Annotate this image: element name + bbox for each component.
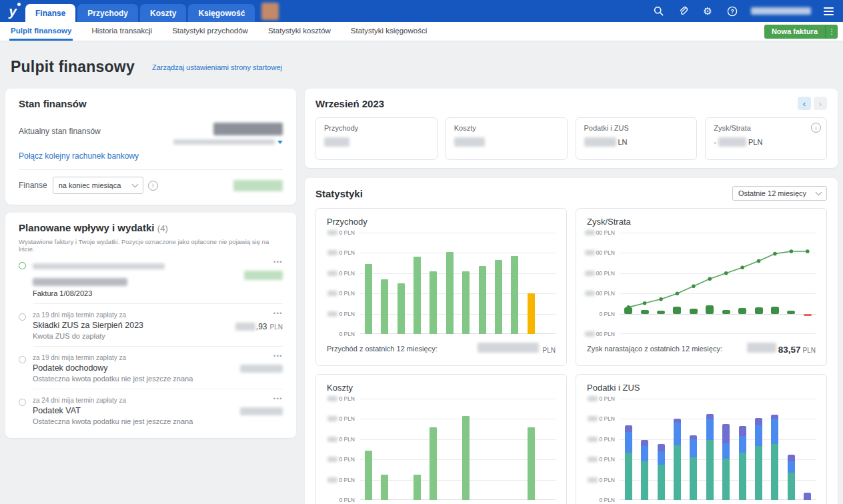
item-meta: za 19 dni mija termin zapłaty za: [33, 354, 233, 361]
chart-bar-segment: [706, 419, 714, 440]
kebab-menu-icon[interactable]: •••: [273, 397, 283, 401]
footer-value: 83,57: [778, 345, 801, 355]
y-axis: 00 PLN00 PLN00 PLN00 PLN0 PLN00 PLN: [587, 233, 618, 334]
gridline: [360, 233, 556, 233]
tab-label: Księgowość: [198, 9, 245, 18]
summary-value-suffix: LN: [618, 138, 628, 146]
chart-bar-segment: [771, 415, 778, 419]
status-ring-icon[interactable]: [19, 399, 26, 406]
statistics-section: Statystyki Ostatnie 12 miesięcy Przychod…: [305, 178, 838, 504]
item-title: Podatek VAT: [33, 406, 233, 415]
item-meta: za 19 dni mija termin zapłaty za: [33, 311, 229, 319]
chart-bar: [381, 279, 388, 334]
previous-month-button[interactable]: ‹: [798, 97, 811, 110]
gridline: [360, 459, 556, 460]
chart-bar-segment: [804, 493, 811, 500]
subnav-statystyki-kosztow[interactable]: Statystyki kosztów: [267, 22, 332, 41]
app-logo[interactable]: y: [0, 0, 25, 22]
chart-bar-segment: [674, 419, 681, 423]
chart-bar: [413, 475, 421, 500]
subnav-historia-transakcji[interactable]: Historia transakcji: [90, 22, 153, 41]
chart-card-koszty: Koszty 0 PLN0 PLN0 PLN0 PLN0 PLN0 PLN Ko…: [315, 374, 567, 504]
chart-title: Przychody: [327, 217, 556, 227]
item-subtitle: Ostateczna kwota podatku nie jest jeszcz…: [33, 417, 233, 425]
current-finances-value-redacted: [213, 123, 283, 135]
footer-value-redacted: [747, 343, 776, 353]
gridline: [360, 480, 556, 481]
planned-subtitle: Wystawione faktury i Twoje wydatki. Pozy…: [19, 238, 283, 253]
chart-bar-segment: [658, 465, 665, 500]
paperclip-icon[interactable]: [677, 5, 689, 17]
chart-bar-segment: [625, 432, 632, 452]
y-label-redacted: [327, 250, 337, 255]
status-ring-icon[interactable]: [19, 356, 26, 363]
y-axis-label: 0 PLN: [327, 456, 355, 463]
chart-bar: [413, 257, 421, 334]
planned-count: (4): [157, 223, 168, 233]
info-icon[interactable]: i: [811, 123, 821, 133]
new-invoice-label: Nowa faktura: [764, 25, 825, 39]
summary-card-koszty: Koszty: [446, 117, 568, 160]
next-month-button[interactable]: ›: [814, 97, 827, 110]
chart-bar-segment: [641, 461, 648, 500]
subnav-pulpit-finansowy[interactable]: Pulpit finansowy: [9, 22, 73, 41]
subnav-statystyki-przychodow[interactable]: Statystyki przychodów: [171, 22, 249, 41]
chart-bar-segment: [625, 453, 632, 500]
new-invoice-menu-icon[interactable]: ⋮: [826, 25, 838, 39]
finance-period-select[interactable]: na koniec miesiąca: [53, 177, 143, 194]
tab-finanse[interactable]: Finanse: [25, 4, 75, 22]
y-label-redacted: [327, 230, 337, 235]
item-value-unit: PLN: [270, 323, 283, 331]
chart-card-zysk-strata: Zysk/Strata 00 PLN00 PLN00 PLN00 PLN0 PL…: [576, 208, 827, 366]
y-axis-label: 00 PLN: [585, 290, 615, 297]
y-label-redacted: [327, 291, 337, 296]
gridline: [360, 499, 556, 500]
hamburger-menu-icon[interactable]: [824, 7, 834, 15]
user-avatar[interactable]: [261, 3, 279, 20]
tab-przychody[interactable]: Przychody: [77, 4, 138, 22]
card-title: Stan finansów: [19, 98, 283, 109]
tab-koszty[interactable]: Koszty: [140, 4, 186, 22]
manage-settings-link[interactable]: Zarządzaj ustawieniami strony startowej: [152, 63, 282, 71]
y-axis-label: 0 PLN: [327, 415, 355, 422]
item-value-redacted: [240, 365, 283, 373]
y-axis-label: 0 PLN: [327, 395, 355, 402]
chart-bar: [430, 271, 437, 334]
y-label-redacted: [585, 291, 595, 296]
cumulative-profit-line: [620, 233, 816, 334]
connect-bank-account-link[interactable]: Połącz kolejny rachunek bankowy: [19, 151, 139, 161]
y-axis-label: 0 PLN: [588, 477, 615, 483]
chart-bar-segment: [755, 446, 762, 500]
gridline: [620, 480, 816, 481]
help-icon[interactable]: ?: [726, 5, 738, 17]
y-label-redacted: [588, 457, 598, 462]
finance-value-redacted: [233, 180, 283, 191]
kebab-menu-icon[interactable]: •••: [273, 354, 283, 358]
select-value: Ostatnie 12 miesięcy: [738, 189, 806, 197]
new-invoice-button[interactable]: Nowa faktura ⋮: [764, 25, 838, 39]
search-icon[interactable]: [652, 5, 664, 17]
gridline: [620, 419, 816, 419]
kebab-menu-icon[interactable]: •••: [273, 260, 283, 264]
top-navigation-bar: y Finanse Przychody Koszty Księgowość ⚙ …: [0, 0, 843, 22]
subnav-statystyki-ksiegowosci[interactable]: Statystyki księgowości: [349, 22, 428, 41]
gear-icon[interactable]: ⚙: [702, 5, 714, 17]
chart-bar-segment: [755, 425, 762, 447]
y-label-redacted: [327, 477, 337, 483]
gridline: [360, 273, 556, 274]
gridline: [360, 439, 556, 440]
status-ring-icon[interactable]: [19, 262, 26, 269]
chart-bar-segment: [771, 419, 778, 444]
summary-value-suffix: PLN: [748, 138, 762, 146]
y-axis-label: 0 PLN: [599, 311, 615, 317]
chevron-down-icon[interactable]: [277, 141, 283, 144]
kebab-menu-icon[interactable]: •••: [273, 311, 283, 315]
y-axis-label: 0 PLN: [327, 229, 355, 236]
info-icon[interactable]: i: [148, 181, 158, 191]
chart-bar-segment: [674, 423, 681, 445]
month-summary-section: Wrzesień 2023 ‹ › Przychody Koszty Podat…: [305, 89, 838, 168]
range-select[interactable]: Ostatnie 12 miesięcy: [732, 186, 827, 201]
chart-bar: [365, 451, 372, 500]
tab-ksiegowosc[interactable]: Księgowość: [188, 4, 255, 22]
status-ring-icon[interactable]: [19, 313, 26, 321]
